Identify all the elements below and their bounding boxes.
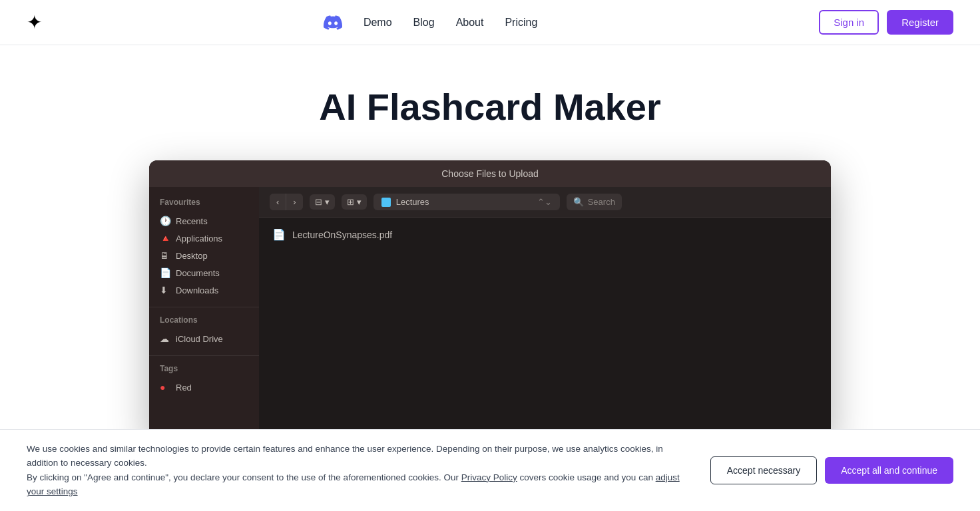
sidebar-item-red-tag-label: Red	[176, 383, 192, 393]
cookie-text-line3: covers cookie usage and you can	[517, 472, 656, 482]
location-chevron: ⌃⌄	[537, 197, 552, 207]
back-button[interactable]: ‹	[270, 194, 286, 210]
file-item[interactable]: 📄 LectureOnSynapses.pdf	[259, 223, 831, 246]
sidebar-item-desktop[interactable]: 🖥 Desktop	[149, 247, 259, 264]
sidebar-item-documents-label: Documents	[176, 268, 220, 278]
columns-view-chevron: ▾	[325, 197, 330, 207]
logo-icon: ✦	[27, 11, 42, 33]
sidebar-item-icloud[interactable]: ☁ iCloud Drive	[149, 330, 259, 347]
sidebar-tags-title: Tags	[149, 364, 259, 379]
main-content: AI Flashcard Maker Choose Files to Uploa…	[0, 45, 980, 466]
nav-pricing[interactable]: Pricing	[505, 17, 537, 29]
file-picker-toolbar: ‹ › ⊟ ▾ ⊞ ▾ Lectures ⌃⌄	[259, 187, 831, 218]
applications-icon: 🔺	[160, 233, 170, 244]
location-bar[interactable]: Lectures ⌃⌄	[373, 194, 560, 210]
nav: Demo Blog About Pricing	[324, 13, 537, 32]
file-picker-title: Choose Files to Upload	[441, 168, 539, 179]
sidebar-item-icloud-label: iCloud Drive	[176, 334, 223, 344]
discord-icon[interactable]	[324, 13, 342, 32]
nav-about[interactable]: About	[456, 17, 484, 29]
page-title: AI Flashcard Maker	[319, 85, 661, 128]
red-tag-icon: ●	[160, 382, 170, 393]
columns-view-icon: ⊟	[315, 197, 322, 207]
sidebar-divider-2	[149, 355, 259, 356]
grid-view-chevron: ▾	[357, 197, 362, 207]
sidebar-item-applications-label: Applications	[176, 234, 222, 244]
documents-icon: 📄	[160, 267, 170, 278]
file-picker-sidebar: Favourites 🕐 Recents 🔺 Applications 🖥 De…	[149, 187, 259, 440]
accept-necessary-button[interactable]: Accept necessary	[710, 456, 818, 484]
file-picker-titlebar: Choose Files to Upload	[149, 160, 831, 187]
nav-blog[interactable]: Blog	[413, 17, 435, 29]
downloads-icon: ⬇	[160, 285, 170, 295]
sidebar-item-recents[interactable]: 🕐 Recents	[149, 212, 259, 230]
header-buttons: Sign in Register	[819, 10, 953, 35]
icloud-icon: ☁	[160, 333, 170, 344]
search-bar[interactable]: 🔍 Search	[567, 194, 622, 210]
location-text: Lectures	[396, 197, 429, 207]
file-name: LectureOnSynapses.pdf	[292, 230, 392, 240]
sidebar-divider-1	[149, 307, 259, 307]
file-list: 📄 LectureOnSynapses.pdf	[259, 218, 831, 440]
sidebar-item-red-tag[interactable]: ● Red	[149, 379, 259, 396]
cookie-buttons: Accept necessary Accept all and continue	[710, 456, 953, 484]
accept-all-button[interactable]: Accept all and continue	[825, 457, 953, 484]
recents-icon: 🕐	[160, 216, 170, 226]
header: ✦ Demo Blog About Pricing Sign in Regist…	[0, 0, 980, 45]
logo[interactable]: ✦	[27, 11, 42, 33]
signin-button[interactable]: Sign in	[819, 10, 879, 35]
view-toggle-columns[interactable]: ⊟ ▾	[310, 194, 335, 210]
sidebar-item-downloads[interactable]: ⬇ Downloads	[149, 281, 259, 299]
nav-btn-group: ‹ ›	[270, 194, 303, 210]
file-picker-body: Favourites 🕐 Recents 🔺 Applications 🖥 De…	[149, 187, 831, 440]
location-folder-icon	[381, 198, 391, 207]
nav-demo[interactable]: Demo	[364, 17, 392, 29]
file-pdf-icon: 📄	[272, 228, 286, 241]
sidebar-item-documents[interactable]: 📄 Documents	[149, 264, 259, 281]
desktop-icon: 🖥	[160, 250, 170, 261]
view-toggle-grid[interactable]: ⊞ ▾	[342, 194, 367, 210]
sidebar-item-recents-label: Recents	[176, 216, 208, 226]
register-button[interactable]: Register	[887, 10, 953, 35]
cookie-text: We use cookies and similar technologies …	[27, 442, 694, 499]
cookie-text-line1: We use cookies and similar technologies …	[27, 444, 663, 468]
search-placeholder: Search	[588, 197, 615, 207]
sidebar-favourites-title: Favourites	[149, 198, 259, 212]
sidebar-item-desktop-label: Desktop	[176, 251, 208, 261]
file-picker-main: ‹ › ⊟ ▾ ⊞ ▾ Lectures ⌃⌄	[259, 187, 831, 440]
cookie-banner: We use cookies and similar technologies …	[0, 429, 980, 511]
cookie-text-line2: By clicking on "Agree and continue", you…	[27, 472, 461, 482]
sidebar-item-downloads-label: Downloads	[176, 285, 218, 295]
sidebar-locations-title: Locations	[149, 315, 259, 330]
forward-button[interactable]: ›	[286, 194, 302, 210]
file-picker-screenshot: Choose Files to Upload Favourites 🕐 Rece…	[149, 160, 831, 440]
privacy-policy-link[interactable]: Privacy Policy	[461, 472, 517, 482]
sidebar-item-applications[interactable]: 🔺 Applications	[149, 230, 259, 247]
grid-view-icon: ⊞	[347, 197, 354, 207]
search-icon: 🔍	[573, 197, 584, 207]
